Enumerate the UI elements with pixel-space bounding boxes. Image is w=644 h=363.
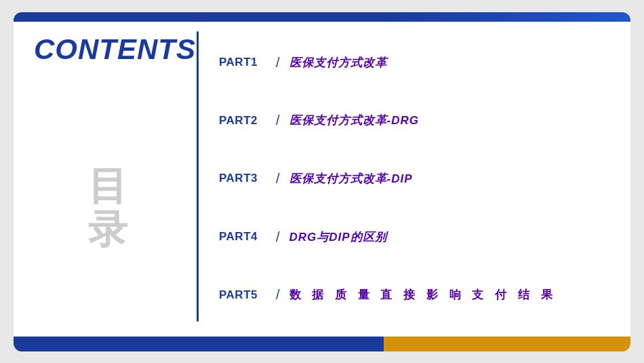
bottom-left bbox=[14, 337, 384, 351]
chinese-char-lu: 录 bbox=[88, 208, 129, 251]
main-content: CONTENTS 目 录 PART1 / 医保支付方式改革 PART2 / 医保… bbox=[14, 22, 630, 337]
part2-label: PART2 bbox=[219, 114, 266, 128]
part-row-4: PART4 / DRG与DIP的区别 bbox=[219, 225, 610, 249]
bottom-bar bbox=[14, 337, 630, 351]
chinese-title: 目 录 bbox=[34, 92, 183, 323]
part-row-3: PART3 / 医保支付方式改革-DIP bbox=[219, 167, 610, 191]
part4-label: PART4 bbox=[219, 230, 266, 244]
part-row-1: PART1 / 医保支付方式改革 bbox=[219, 51, 610, 75]
part1-text: 医保支付方式改革 bbox=[289, 55, 387, 71]
part5-slash: / bbox=[276, 287, 280, 303]
part2-slash: / bbox=[276, 113, 280, 128]
part4-text: DRG与DIP的区别 bbox=[289, 229, 387, 245]
part5-label: PART5 bbox=[219, 288, 266, 302]
part1-label: PART1 bbox=[219, 56, 266, 69]
left-panel: CONTENTS 目 录 bbox=[14, 22, 197, 337]
part3-label: PART3 bbox=[219, 172, 266, 185]
slide: CONTENTS 目 录 PART1 / 医保支付方式改革 PART2 / 医保… bbox=[14, 12, 630, 351]
part2-text: 医保支付方式改革-DRG bbox=[289, 113, 419, 128]
part3-text: 医保支付方式改革-DIP bbox=[289, 171, 413, 187]
contents-title: CONTENTS bbox=[34, 34, 183, 65]
chinese-char-mu: 目 bbox=[88, 164, 129, 208]
bottom-right bbox=[384, 337, 630, 351]
top-bar bbox=[14, 12, 630, 22]
part1-slash: / bbox=[276, 55, 280, 71]
part-row-2: PART2 / 医保支付方式改革-DRG bbox=[219, 109, 610, 132]
part-row-5: PART5 / 数 据 质 量 直 接 影 响 支 付 结 果 bbox=[219, 283, 610, 307]
part3-slash: / bbox=[276, 171, 280, 187]
part5-text: 数 据 质 量 直 接 影 响 支 付 结 果 bbox=[289, 287, 557, 303]
right-panel: PART1 / 医保支付方式改革 PART2 / 医保支付方式改革-DRG PA… bbox=[199, 22, 630, 337]
part4-slash: / bbox=[276, 229, 280, 245]
